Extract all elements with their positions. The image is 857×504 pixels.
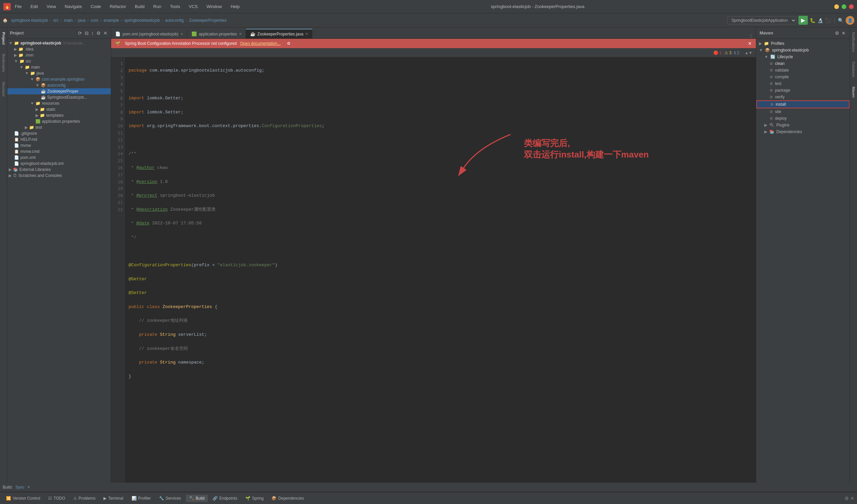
bottom-tab-problems[interactable]: ⚠ Problems	[70, 494, 99, 502]
coverage-button[interactable]: 🔬	[818, 18, 823, 23]
bottom-tab-todo[interactable]: ☑ TODO	[45, 494, 68, 502]
minimize-btn[interactable]	[834, 4, 839, 9]
maven-install[interactable]: ⚙ install	[756, 100, 850, 108]
settings-btn[interactable]: ⚙	[96, 30, 101, 36]
menu-vcs[interactable]: VCS	[187, 4, 199, 9]
menu-tools[interactable]: Tools	[169, 4, 182, 9]
maven-lifecycle-section[interactable]: ▼ 🔄 Lifecycle	[756, 53, 850, 60]
sync-label[interactable]: Sync	[15, 485, 24, 490]
breadcrumb-autoconfig[interactable]: autoconfig	[165, 18, 183, 23]
tree-zookeeper-file[interactable]: ☕ ZookeeperProper	[7, 88, 111, 94]
menu-build[interactable]: Build	[134, 4, 146, 9]
tree-test[interactable]: ▶ 📁 test	[7, 124, 111, 131]
bottom-tab-build[interactable]: 🔨 Build	[186, 494, 208, 502]
project-side-tab[interactable]: Project	[1, 29, 7, 48]
bottom-tab-endpoints[interactable]: 🔗 Endpoints	[209, 494, 240, 502]
sort-btn[interactable]: ↕	[91, 30, 95, 36]
maven-verify[interactable]: ⚙ verify	[756, 94, 850, 100]
maven-side-tab[interactable]: Maven	[851, 83, 857, 101]
menu-code[interactable]: Code	[89, 4, 102, 9]
tree-java[interactable]: ▼ 📁 java	[7, 70, 111, 76]
tree-idea[interactable]: ▶ 📁 .idea	[7, 46, 111, 52]
tab-appprops[interactable]: 🟩 application.properties ✕	[187, 30, 246, 38]
notification-close-btn[interactable]: ✕	[748, 41, 752, 46]
database-side-tab[interactable]: Database	[851, 58, 857, 81]
search-everywhere-button[interactable]: 🔍	[838, 18, 844, 23]
menu-navigate[interactable]: Navigate	[63, 4, 83, 9]
code-editor[interactable]: package com.example.springbootelasticjob…	[124, 57, 756, 483]
tree-mvnw[interactable]: 📄 mvnw	[7, 142, 111, 149]
maven-compile[interactable]: ⚙ compile	[756, 73, 850, 80]
tree-resources[interactable]: ▼ 📁 resources	[7, 100, 111, 106]
bottom-tab-profiler[interactable]: 📊 Profiler	[128, 494, 154, 502]
breadcrumb-com[interactable]: com	[91, 18, 98, 23]
settings-bottom-btn[interactable]: ⚙	[845, 496, 849, 501]
bookmarks-side-tab[interactable]: Bookmarks	[1, 51, 7, 75]
tree-app-properties[interactable]: 🟩 application.properties	[7, 118, 111, 124]
breadcrumb-springboot[interactable]: springbootelasticjob	[124, 18, 160, 23]
maven-clean[interactable]: ⚙ clean	[756, 60, 850, 67]
open-docs-link[interactable]: Open documentation...	[240, 41, 281, 46]
menu-window[interactable]: Window	[205, 4, 223, 9]
tree-src[interactable]: ▼ 📁 src	[7, 58, 111, 64]
tree-mvn[interactable]: ▶ 📁 .mvn	[7, 52, 111, 58]
menu-refactor[interactable]: Refactor	[108, 4, 128, 9]
menu-help[interactable]: Help	[229, 4, 241, 9]
tree-iml[interactable]: 📄 springboot-elasticjob.iml	[7, 160, 111, 167]
bottom-tab-version-control[interactable]: 🔀 Version Control	[3, 494, 44, 502]
debug-button[interactable]: 🐛	[810, 18, 816, 23]
maven-close-btn[interactable]: ✕	[841, 30, 846, 36]
settings-icon[interactable]: ⚙	[287, 41, 290, 46]
breadcrumb-springboot-elasticjob[interactable]: springboot-elasticjob	[11, 18, 48, 23]
bottom-tab-spring[interactable]: 🌱 Spring	[242, 494, 267, 502]
maximize-btn[interactable]	[842, 4, 846, 9]
collapse-all-btn[interactable]: ⊟	[84, 30, 89, 36]
tab-appprops-close[interactable]: ✕	[239, 32, 242, 36]
maven-validate[interactable]: ⚙ validate	[756, 67, 850, 73]
tree-autoconfig[interactable]: ▼ 📦 autoconfig	[7, 82, 111, 88]
run-button[interactable]: ▶	[799, 16, 808, 25]
tree-mvnw-cmd[interactable]: 📋 mvnw.cmd	[7, 149, 111, 155]
run-config-selector[interactable]: SpringbootElasticjobApplication	[727, 16, 796, 24]
maven-profiles-section[interactable]: ▶ 📁 Profiles	[756, 40, 850, 47]
breadcrumb-example[interactable]: example	[104, 18, 119, 23]
notifications-side-tab[interactable]: Notifications	[851, 29, 857, 55]
breadcrumb-class[interactable]: ZookeeperProperties	[189, 18, 226, 23]
tree-springboot-app[interactable]: ☕ SpringbootElasticjob...	[7, 94, 111, 100]
tree-helpmd[interactable]: 📋 HELP.md	[7, 137, 111, 142]
menu-view[interactable]: View	[45, 4, 57, 9]
sync-close-btn[interactable]: ✕	[27, 485, 30, 489]
breadcrumb-java[interactable]: java	[78, 18, 85, 23]
bottom-tab-services[interactable]: 🔧 Services	[156, 494, 184, 502]
user-avatar[interactable]: 👤	[846, 16, 854, 25]
tree-templates[interactable]: ▶ 📁 templates	[7, 112, 111, 118]
maven-dependencies-section[interactable]: ▶ 📚 Dependencies	[756, 128, 850, 135]
menu-edit[interactable]: Edit	[29, 4, 39, 9]
close-panel-btn[interactable]: ✕	[103, 30, 108, 36]
sync-files-btn[interactable]: ⟳	[77, 30, 83, 36]
tree-static[interactable]: ▶ 📁 static	[7, 106, 111, 112]
tab-pom[interactable]: 📄 pom.xml (springboot-elasticjob) ✕	[111, 30, 187, 38]
stop-button[interactable]: ⬛	[825, 18, 831, 23]
breadcrumb-src[interactable]: src	[53, 18, 58, 23]
tree-package[interactable]: ▼ 📦 com.example.springboo	[7, 76, 111, 82]
maven-site[interactable]: ⚙ site	[756, 108, 850, 115]
tab-pom-close[interactable]: ✕	[181, 32, 183, 36]
tree-pom[interactable]: 📄 pom.xml	[7, 155, 111, 160]
tree-gitignore[interactable]: 📄 .gitignore	[7, 131, 111, 137]
breadcrumb-main[interactable]: main	[64, 18, 73, 23]
close-bottom-btn[interactable]: ✕	[850, 496, 854, 501]
menu-run[interactable]: Run	[152, 4, 163, 9]
bottom-tab-terminal[interactable]: ▶ Terminal	[100, 494, 127, 502]
maven-settings-btn[interactable]: ⚙	[834, 30, 840, 36]
tree-main[interactable]: ▼ 📁 main	[7, 64, 111, 70]
maven-package[interactable]: ⚙ package	[756, 87, 850, 94]
tab-zookeeper[interactable]: ☕ ZookeeperProperties.java ✕	[246, 29, 312, 38]
maven-project-root[interactable]: ▼ 📦 springboot-elasticjob	[756, 47, 850, 53]
tab-menu-btn[interactable]: ⋮	[746, 33, 756, 38]
tree-root[interactable]: ▼ 📁 springboot-elasticjob D:\study\ide..…	[7, 40, 111, 46]
bottom-tab-dependencies[interactable]: 📦 Dependencies	[268, 494, 307, 502]
maven-test[interactable]: ⚙ test	[756, 80, 850, 87]
tab-zookeeper-close[interactable]: ✕	[305, 32, 308, 36]
close-btn[interactable]	[849, 4, 854, 9]
